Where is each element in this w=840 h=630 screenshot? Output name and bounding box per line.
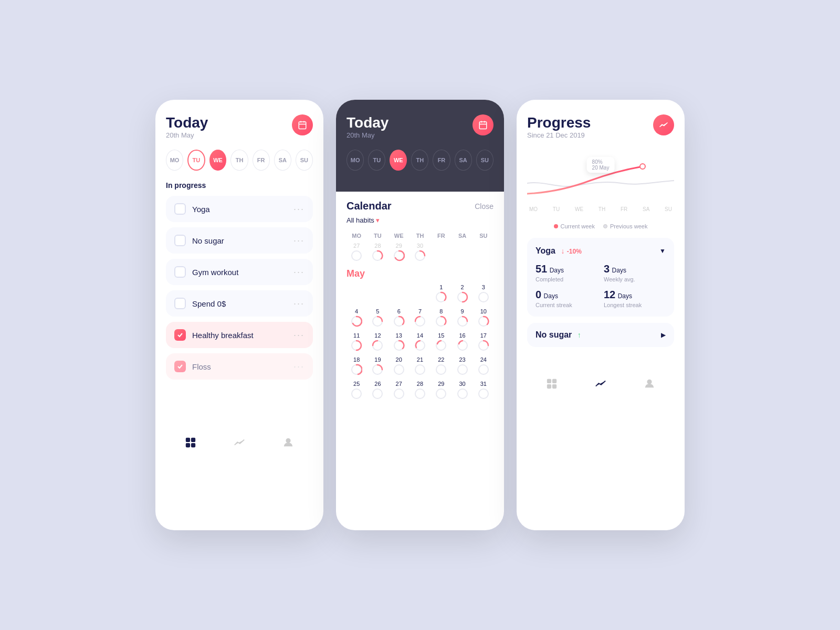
- spend-menu[interactable]: ···: [293, 298, 304, 309]
- gym-menu[interactable]: ···: [293, 267, 304, 278]
- cal-cell-27: 27: [346, 241, 366, 263]
- screen3-content: Progress Since 21 Dec 2019 80% 20 May: [517, 100, 685, 347]
- current-streak-number: 0: [536, 289, 541, 300]
- may-10: 10: [474, 307, 494, 329]
- legend-current-dot: [554, 224, 558, 228]
- habit-no-sugar: No sugar ···: [166, 227, 313, 254]
- day-pill-sa[interactable]: SA: [274, 150, 291, 171]
- svg-point-8: [287, 439, 290, 443]
- longest-streak-label: Longest streak: [604, 302, 666, 308]
- month-label-may: May: [346, 268, 494, 279]
- yoga-card-chevron[interactable]: ▼: [659, 247, 666, 255]
- calendar-close-btn[interactable]: Close: [475, 202, 494, 211]
- screen2-title-group: Today 20th May: [346, 114, 388, 148]
- calendar-header: Calendar Close: [346, 200, 494, 212]
- chart-days: MO TU WE TH FR SA SU: [527, 206, 674, 212]
- cal-header-sa: SA: [452, 230, 472, 241]
- prev-month-row: 27 28 29 30: [346, 241, 494, 263]
- cal-cell-30: 30: [410, 241, 430, 263]
- svg-point-38: [436, 365, 446, 374]
- s2-day-tu[interactable]: TU: [368, 150, 385, 171]
- current-streak-label: Current streak: [536, 302, 597, 308]
- day-pill-fr[interactable]: FR: [253, 150, 270, 171]
- s2-day-sa[interactable]: SA: [455, 150, 472, 171]
- s2-day-we[interactable]: WE: [390, 150, 407, 171]
- floss-label: Floss: [192, 362, 211, 371]
- legend-prev-week: Previous week: [603, 223, 648, 229]
- day-pill-tu[interactable]: TU: [187, 150, 205, 171]
- breakfast-menu[interactable]: ···: [293, 330, 304, 341]
- may-23: 23: [452, 355, 472, 377]
- may-4: 4: [346, 307, 366, 329]
- screen2-subtitle: 20th May: [346, 131, 388, 139]
- s2-day-th[interactable]: TH: [411, 150, 428, 171]
- may-12: 12: [368, 331, 387, 353]
- weekly-avg-number: 3: [604, 263, 610, 275]
- svg-point-46: [458, 389, 467, 398]
- svg-point-45: [436, 389, 446, 398]
- no-sugar-checkbox[interactable]: [174, 235, 186, 246]
- legend-prev-label: Previous week: [610, 223, 648, 229]
- all-habits-filter[interactable]: All habits ▾: [346, 216, 494, 224]
- nav-progress-btn[interactable]: [232, 435, 247, 450]
- day-pill-th[interactable]: TH: [230, 150, 248, 171]
- cal-header-th: TH: [410, 230, 430, 241]
- svg-rect-5: [191, 438, 194, 442]
- current-streak-unit: Days: [544, 292, 558, 300]
- screen2-calendar-icon[interactable]: [472, 114, 494, 135]
- screen2-title: Today: [346, 114, 388, 131]
- svg-point-47: [479, 389, 488, 398]
- may-25: 25: [346, 379, 366, 401]
- may-1: 1: [431, 282, 451, 304]
- s3-nav-habits-btn[interactable]: [544, 376, 559, 391]
- screen3-title: Progress: [527, 114, 591, 131]
- may-13: 13: [389, 331, 409, 353]
- svg-point-44: [415, 389, 425, 398]
- may-6: 6: [389, 307, 409, 329]
- yoga-menu[interactable]: ···: [293, 204, 304, 215]
- may-3: 3: [474, 282, 494, 304]
- cal-header-we: WE: [389, 230, 409, 241]
- no-sugar-title: No sugar ↑: [536, 330, 581, 340]
- may-22: 22: [431, 355, 451, 377]
- spend-checkbox[interactable]: [174, 298, 186, 309]
- day-pill-mo[interactable]: MO: [166, 150, 183, 171]
- cal-header-fr: FR: [431, 230, 451, 241]
- s3-nav-profile-btn[interactable]: [642, 376, 657, 391]
- floss-menu[interactable]: ···: [293, 361, 304, 372]
- calendar-icon-btn[interactable]: [292, 114, 313, 135]
- cal-header-tu: TU: [368, 230, 387, 241]
- progress-icon-btn[interactable]: [653, 114, 674, 135]
- may-19: 19: [368, 355, 387, 377]
- no-sugar-menu[interactable]: ···: [293, 235, 304, 246]
- may-28: 28: [410, 379, 430, 401]
- yoga-trend-arrow: ↓: [561, 247, 564, 255]
- yoga-label: Yoga: [192, 205, 210, 214]
- day-pill-su[interactable]: SU: [296, 150, 313, 171]
- s2-day-fr[interactable]: FR: [433, 150, 450, 171]
- no-sugar-chevron[interactable]: ▶: [661, 331, 666, 339]
- filter-chevron: ▾: [376, 216, 380, 224]
- may-18: 18: [346, 355, 366, 377]
- may-17: 17: [474, 331, 494, 353]
- day-pill-we[interactable]: WE: [209, 150, 227, 171]
- floss-checkbox[interactable]: [174, 361, 186, 372]
- breakfast-checkbox[interactable]: [174, 329, 186, 341]
- yoga-card-header: Yoga ↓ -10% ▼: [536, 246, 666, 256]
- yoga-checkbox[interactable]: [174, 203, 186, 215]
- s3-nav-progress-btn[interactable]: [593, 376, 608, 391]
- s2-day-mo[interactable]: MO: [346, 150, 364, 171]
- nav-profile-btn[interactable]: [281, 435, 296, 450]
- screen1-header: Today 20th May: [166, 114, 313, 148]
- chart-tooltip: 80% 20 May: [587, 157, 615, 173]
- nav-habits-btn[interactable]: [183, 435, 198, 450]
- weekly-avg-unit: Days: [612, 267, 626, 274]
- svg-point-13: [352, 251, 361, 260]
- stat-weekly-avg: 3 Days Weekly avg.: [604, 263, 666, 282]
- may-30: 30: [452, 379, 472, 401]
- s2-day-su[interactable]: SU: [476, 150, 494, 171]
- tooltip-date: 20 May: [592, 165, 610, 171]
- cal-grid-header: MO TU WE TH FR SA SU: [346, 230, 494, 241]
- gym-checkbox[interactable]: [174, 266, 186, 278]
- svg-point-41: [352, 389, 361, 398]
